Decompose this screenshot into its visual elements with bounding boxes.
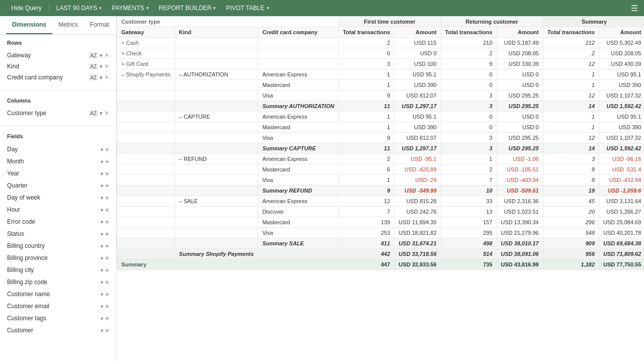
cell-cc [258, 59, 339, 69]
cell-r-txn: 9 [441, 59, 497, 69]
hamburger-icon[interactable]: ☰ [631, 4, 638, 13]
kind-col-header: Kind [175, 27, 258, 38]
table-row: Visa 9 USD 812.07 3 USD 295.25 12 USD 1,… [117, 90, 645, 101]
filter-icon-gateway[interactable]: ▾ [100, 52, 103, 59]
filter-icon-15[interactable]: ▾ [101, 328, 103, 333]
add-field-button-11[interactable]: + [105, 279, 109, 286]
cell-r-txn: 295 [441, 228, 497, 238]
cell-gateway [117, 90, 175, 101]
filter-icon-1[interactable]: ▾ [101, 159, 103, 164]
field-item-billing-city: Billing city ▾ + [7, 264, 109, 276]
filter-icon-customer-type[interactable]: ▾ [100, 110, 103, 117]
tab-format[interactable]: Format [84, 16, 115, 34]
add-field-button-4[interactable]: + [105, 194, 109, 201]
add-field-button-9[interactable]: + [105, 254, 109, 261]
cell-s-txn: 12 [543, 90, 599, 101]
cell-ft-txn: 6 [339, 164, 394, 175]
add-field-button-1[interactable]: + [105, 158, 109, 165]
nav-payments[interactable]: PAYMENTS ▾ [107, 0, 153, 16]
filter-icon-cc[interactable]: ▾ [100, 74, 103, 81]
gateway-col-header: Gateway [117, 27, 175, 38]
cell-ft-amt: USD 33,933.56 [394, 259, 441, 270]
cell-r-amt: USD 2,316.36 [497, 196, 543, 207]
add-field-button-2[interactable]: + [105, 170, 109, 177]
cell-cc: Mastercard [258, 122, 339, 133]
table-row: Mastercard 1 USD 390 0 USD 0 1 USD 390 [117, 80, 645, 90]
add-field-button-8[interactable]: + [105, 242, 109, 249]
add-field-button-12[interactable]: + [105, 291, 109, 298]
cell-ft-amt: USD 115 [394, 38, 441, 48]
cell-cc: Mastercard [258, 217, 339, 228]
cell-r-txn: 514 [441, 249, 497, 259]
add-field-button-3[interactable]: + [105, 182, 109, 189]
remove-customer-type-button[interactable]: ✕ [104, 110, 109, 117]
cell-s-txn: 20 [543, 207, 599, 217]
cell-r-txn: 33 [441, 196, 497, 207]
remove-kind-button[interactable]: ✕ [104, 63, 109, 70]
nav-divider [49, 4, 49, 12]
az-sort-customer-type[interactable]: AZ [89, 110, 98, 117]
cell-s-amt: USD 25,084.69 [599, 217, 644, 228]
s-txn-header: Total transactions [543, 27, 599, 38]
add-field-button-7[interactable]: + [105, 230, 109, 237]
filter-icon-12[interactable]: ▾ [101, 292, 103, 297]
cell-ft-txn: 7 [339, 207, 394, 217]
filter-icon-2[interactable]: ▾ [101, 171, 103, 176]
pivot-table-container[interactable]: Customer type First time customer Return… [117, 16, 644, 362]
filter-icon-0[interactable]: ▾ [101, 147, 103, 152]
cell-r-amt: USD 208.05 [497, 48, 543, 59]
tab-metrics[interactable]: Metrics [52, 16, 84, 34]
filter-icon-13[interactable]: ▾ [101, 304, 103, 309]
add-field-button-0[interactable]: + [105, 146, 109, 153]
filter-icon-14[interactable]: ▾ [101, 316, 103, 321]
cell-gateway [117, 154, 175, 164]
remove-cc-button[interactable]: ✕ [104, 74, 109, 81]
filter-icon-5[interactable]: ▾ [101, 207, 103, 213]
cell-cc: Visa [258, 228, 339, 238]
remove-gateway-button[interactable]: ✕ [104, 52, 109, 59]
cell-kind [175, 143, 258, 154]
table-row: + Cash 2 USD 115 210 USD 5,187.49 212 US… [117, 38, 645, 48]
pivot-table: Customer type First time customer Return… [117, 16, 644, 270]
cell-ft-txn: 9 [339, 133, 394, 143]
add-field-button-15[interactable]: + [105, 327, 109, 334]
cell-r-amt: USD 43,816.99 [497, 259, 543, 270]
add-field-button-10[interactable]: + [105, 266, 109, 274]
field-item-customer-tags: Customer tags ▾ + [7, 312, 109, 324]
nav-report-builder[interactable]: REPORT BUILDER ▾ [154, 0, 221, 16]
cell-s-amt: USD 1,266.27 [599, 207, 644, 217]
tab-dimensions[interactable]: Dimensions [6, 16, 52, 34]
az-sort-gateway[interactable]: AZ [89, 52, 98, 59]
az-sort-kind[interactable]: AZ [89, 63, 98, 70]
nav-last-90-days[interactable]: LAST 90 DAYS ▾ [51, 0, 107, 16]
add-field-button-14[interactable]: + [105, 315, 109, 322]
cell-kind [175, 101, 258, 112]
nav-pivot-table[interactable]: PIVOT TABLE ▾ [221, 0, 274, 16]
cell-s-amt: USD 390 [599, 80, 644, 90]
cell-ft-txn: 139 [339, 217, 394, 228]
add-field-button-13[interactable]: + [105, 303, 109, 310]
hide-query-button[interactable]: Hide Query [6, 0, 47, 16]
add-field-button-6[interactable]: + [105, 218, 109, 225]
cell-r-txn: 2 [441, 48, 497, 59]
filter-icon-7[interactable]: ▾ [101, 231, 103, 237]
cell-cc [258, 249, 339, 259]
filter-icon-10[interactable]: ▾ [101, 267, 103, 273]
cell-r-txn: 210 [441, 38, 497, 48]
filter-icon-6[interactable]: ▾ [101, 219, 103, 225]
filter-icon-kind[interactable]: ▾ [100, 63, 103, 70]
filter-icon-4[interactable]: ▾ [101, 195, 103, 201]
cell-gateway [117, 133, 175, 143]
cell-ft-txn: 1 [339, 122, 394, 133]
add-field-button-5[interactable]: + [105, 206, 109, 213]
filter-icon-9[interactable]: ▾ [101, 255, 103, 261]
chevron-down-icon: ▾ [146, 6, 149, 11]
az-sort-cc[interactable]: AZ [89, 74, 98, 81]
filter-icon-3[interactable]: ▾ [101, 183, 103, 189]
filter-icon-8[interactable]: ▾ [101, 243, 103, 249]
table-row: + Gift Card 3 USD 100 9 USD 330.39 12 US… [117, 59, 645, 69]
filter-icon-11[interactable]: ▾ [101, 280, 103, 285]
cell-r-txn: 0 [441, 122, 497, 133]
cell-r-amt: USD 21,279.96 [497, 228, 543, 238]
field-item-error-code: Error code ▾ + [7, 216, 109, 228]
